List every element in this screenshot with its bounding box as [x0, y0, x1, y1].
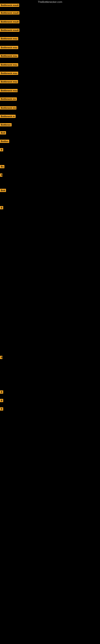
- bottleneck-badge[interactable]: Bottleneck result: [0, 20, 19, 23]
- site-title: TheBottlenecker.com: [0, 0, 100, 4]
- bottleneck-badge[interactable]: Bottlen: [0, 140, 9, 143]
- bottleneck-badge[interactable]: Bottleneck resu: [0, 37, 18, 40]
- bottleneck-badge[interactable]: B: [0, 206, 3, 209]
- bottleneck-badge[interactable]: B: [0, 407, 3, 410]
- bottleneck-badge[interactable]: Bottleneck result: [0, 4, 19, 7]
- bottleneck-badge[interactable]: Bottleneck re: [0, 115, 16, 118]
- bottleneck-badge[interactable]: Bott: [0, 189, 6, 192]
- bottleneck-badge[interactable]: Bottleneck resu: [0, 80, 18, 83]
- bottleneck-badge[interactable]: Bo: [0, 165, 4, 168]
- bottleneck-badge[interactable]: B: [0, 174, 2, 177]
- bottleneck-badge[interactable]: Bottleneck resu: [0, 72, 18, 75]
- bottleneck-badge[interactable]: Bottleneck resu: [0, 54, 18, 58]
- bottleneck-badge[interactable]: Bottleneck res: [0, 106, 16, 110]
- bottleneck-badge[interactable]: B: [0, 148, 3, 151]
- bottleneck-badge[interactable]: B: [0, 356, 2, 359]
- bottleneck-badge[interactable]: Bottleneck resu: [0, 46, 18, 49]
- bottleneck-badge[interactable]: Bottleneck res: [0, 98, 17, 100]
- bottleneck-badge[interactable]: Bottleneck result: [0, 28, 19, 32]
- bottleneck-badge[interactable]: Bottlenec: [0, 123, 12, 126]
- bottleneck-badge[interactable]: B: [0, 390, 3, 394]
- bottleneck-badge[interactable]: Bott: [0, 131, 6, 134]
- bottleneck-badge[interactable]: Bottleneck result: [0, 11, 19, 14]
- bottleneck-badge[interactable]: Bottleneck resu: [0, 89, 18, 92]
- bottleneck-badge[interactable]: B: [0, 399, 3, 402]
- bottleneck-badge[interactable]: Bottleneck resu: [0, 63, 18, 66]
